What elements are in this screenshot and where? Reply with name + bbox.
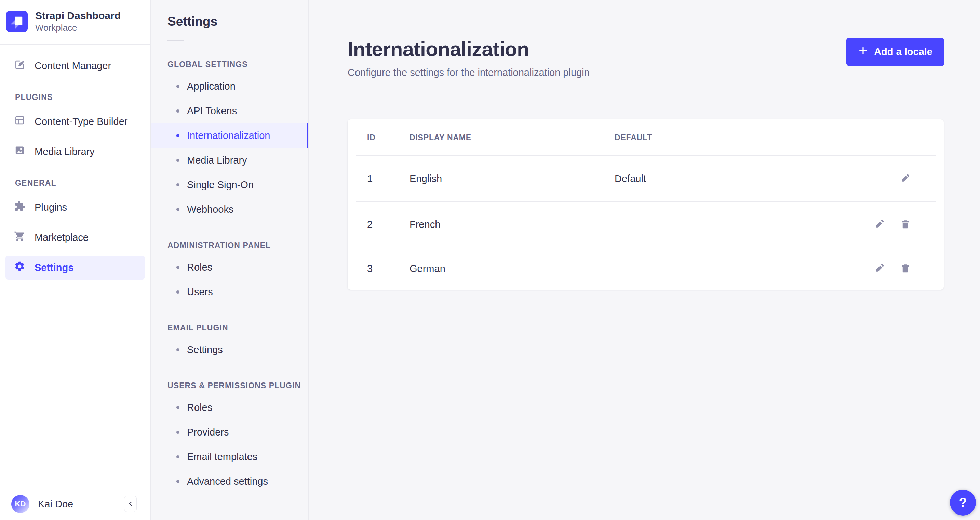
subnav-item-email-settings[interactable]: Settings (151, 337, 308, 362)
edit-locale-button[interactable] (874, 219, 885, 230)
subnav-item-label: Email templates (187, 451, 258, 463)
cart-icon (14, 231, 25, 244)
subnav-title: Settings (167, 14, 308, 29)
delete-locale-button[interactable] (900, 263, 911, 274)
sidebar-item-media-library[interactable]: Media Library (5, 140, 145, 164)
bullet-icon (177, 480, 180, 483)
sidebar-item-label: Media Library (35, 146, 95, 157)
subnav-item-api-tokens[interactable]: API Tokens (151, 99, 308, 123)
cell-default: Default (615, 173, 900, 184)
workplace-switcher[interactable]: Strapi Dashboard Workplace (0, 0, 150, 45)
bullet-icon (177, 208, 180, 211)
delete-locale-button[interactable] (900, 219, 911, 230)
bullet-icon (177, 159, 180, 162)
sidebar-item-label: Plugins (35, 202, 67, 213)
locales-table: ID DISPLAY NAME DEFAULT 1 English Defaul… (348, 120, 944, 290)
content-type-builder-icon (14, 115, 25, 128)
subnav-item-label: Media Library (187, 155, 247, 166)
avatar-initials: KD (15, 499, 26, 508)
sidebar-section-plugins: PLUGINS (5, 93, 145, 102)
bullet-icon (177, 348, 180, 351)
subnav-item-label: Providers (187, 427, 229, 438)
user-avatar[interactable]: KD (11, 495, 29, 513)
row-actions (874, 263, 911, 274)
brand-text: Strapi Dashboard Workplace (35, 10, 121, 33)
brand-name: Strapi Dashboard (35, 10, 121, 22)
subnav-item-single-sign-on[interactable]: Single Sign-On (151, 172, 308, 197)
trash-icon (900, 219, 911, 230)
sidebar-item-content-type-builder[interactable]: Content-Type Builder (5, 110, 145, 133)
column-header-default: DEFAULT (615, 133, 911, 142)
table-row: 1 English Default (348, 156, 944, 201)
sidebar-item-content-manager[interactable]: Content Manager (5, 54, 145, 78)
cell-display-name: German (409, 263, 615, 274)
pencil-icon (874, 263, 885, 274)
subnav-item-advanced-settings[interactable]: Advanced settings (151, 469, 308, 494)
bullet-icon (177, 290, 180, 293)
page-subtitle: Configure the settings for the internati… (348, 67, 590, 78)
column-header-display-name: DISPLAY NAME (409, 133, 615, 142)
subnav-item-application[interactable]: Application (151, 74, 308, 99)
trash-icon (900, 263, 911, 274)
subnav-item-internationalization[interactable]: Internationalization (151, 123, 308, 148)
subnav-item-email-templates[interactable]: Email templates (151, 444, 308, 469)
subnav-item-label: Settings (187, 344, 223, 356)
page-header: Internationalization Configure the setti… (348, 38, 944, 78)
edit-locale-button[interactable] (874, 263, 885, 274)
subnav-item-label: Internationalization (187, 130, 270, 141)
subnav-item-admin-roles[interactable]: Roles (151, 255, 308, 279)
subnav-item-providers[interactable]: Providers (151, 420, 308, 444)
subnav-item-webhooks[interactable]: Webhooks (151, 197, 308, 222)
subnav-item-label: Users (187, 286, 213, 298)
main-sidebar: Strapi Dashboard Workplace Content Manag… (0, 0, 151, 520)
row-actions (900, 174, 911, 184)
strapi-logo-icon (6, 11, 28, 32)
subnav-section-administration-panel: ADMINISTRATION PANEL (167, 241, 308, 250)
collapse-sidebar-button[interactable] (124, 496, 137, 512)
brand-workplace: Workplace (35, 22, 121, 33)
sidebar-item-marketplace[interactable]: Marketplace (5, 225, 145, 249)
subnav-section-users-permissions-plugin: USERS & PERMISSIONS PLUGIN (167, 381, 308, 390)
question-mark-icon: ? (959, 495, 967, 510)
subnav-item-admin-users[interactable]: Users (151, 279, 308, 304)
settings-subnav: Settings GLOBAL SETTINGS Application API… (151, 0, 309, 520)
gear-icon (14, 261, 25, 274)
sidebar-item-plugins[interactable]: Plugins (5, 195, 145, 219)
subnav-item-label: Advanced settings (187, 476, 268, 487)
bullet-icon (177, 266, 180, 269)
sidebar-section-general: GENERAL (5, 179, 145, 188)
subnav-item-up-roles[interactable]: Roles (151, 395, 308, 420)
bullet-icon (177, 183, 180, 187)
subnav-item-label: Roles (187, 402, 212, 413)
subnav-item-media-library[interactable]: Media Library (151, 148, 308, 172)
row-actions (874, 219, 911, 230)
subnav-item-label: API Tokens (187, 105, 237, 116)
pencil-icon (900, 173, 911, 184)
sidebar-item-settings[interactable]: Settings (5, 255, 145, 279)
user-name: Kai Doe (38, 498, 73, 510)
help-button[interactable]: ? (950, 490, 976, 515)
sidebar-item-label: Marketplace (35, 232, 89, 243)
bullet-icon (177, 431, 180, 434)
chevron-left-icon (127, 500, 134, 508)
add-locale-button[interactable]: Add a locale (846, 38, 944, 66)
puzzle-icon (14, 201, 25, 214)
cell-id: 2 (367, 219, 409, 230)
media-library-icon (14, 145, 25, 158)
subnav-section-email-plugin: EMAIL PLUGIN (167, 323, 308, 333)
subnav-item-label: Webhooks (187, 204, 234, 215)
sidebar-nav: Content Manager PLUGINS Content-Type Bui… (0, 45, 150, 488)
sidebar-footer: KD Kai Doe (0, 488, 150, 520)
plus-icon (858, 46, 868, 58)
main-content: Internationalization Configure the setti… (309, 0, 980, 520)
edit-locale-button[interactable] (900, 174, 911, 184)
cell-id: 3 (367, 263, 409, 274)
table-row: 2 French (348, 201, 944, 247)
sidebar-item-label: Content Manager (35, 60, 111, 72)
subnav-divider (167, 40, 184, 41)
bullet-icon (177, 406, 180, 409)
page-title: Internationalization (348, 38, 590, 61)
subnav-item-label: Application (187, 81, 235, 92)
column-header-id: ID (367, 133, 409, 142)
bullet-icon (177, 134, 180, 137)
